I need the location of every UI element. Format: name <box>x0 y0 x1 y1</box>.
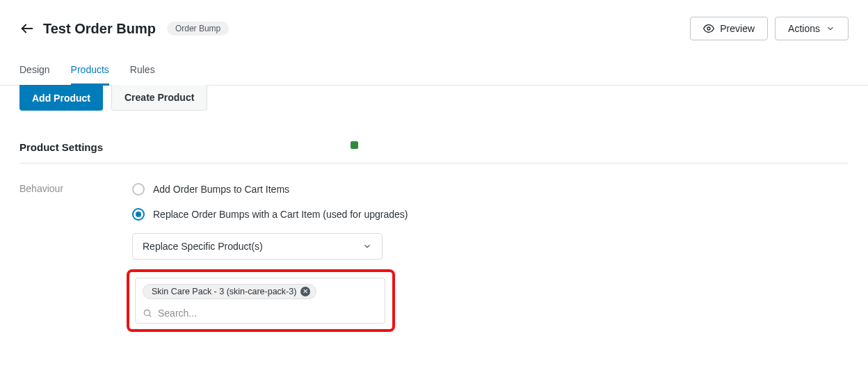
page-title: Test Order Bump <box>43 21 156 37</box>
actions-button[interactable]: Actions <box>775 17 849 40</box>
product-tag: Skin Care Pack - 3 (skin-care-pack-3) ✕ <box>143 284 316 299</box>
section-title-row: Product Settings <box>19 111 849 164</box>
preview-label: Preview <box>720 23 755 34</box>
product-action-bar: Add Product Create Product <box>0 85 868 111</box>
tag-label: Skin Care Pack - 3 (skin-care-pack-3) <box>152 287 296 296</box>
add-product-button[interactable]: Add Product <box>19 85 103 111</box>
create-product-button[interactable]: Create Product <box>111 85 207 111</box>
select-label: Replace Specific Product(s) <box>143 241 263 252</box>
radio-icon <box>132 208 145 221</box>
header-left: Test Order Bump Order Bump <box>19 21 229 37</box>
search-icon <box>143 308 152 318</box>
behaviour-label: Behaviour <box>19 183 132 332</box>
tab-rules[interactable]: Rules <box>130 57 155 85</box>
search-input[interactable] <box>158 308 378 319</box>
order-bump-badge: Order Bump <box>167 22 229 35</box>
product-settings-section: Product Settings Behaviour Add Order Bum… <box>0 111 868 332</box>
radio-replace-cart[interactable]: Replace Order Bumps with a Cart Item (us… <box>132 208 849 221</box>
chevron-down-icon <box>826 24 835 33</box>
header-right: Preview Actions <box>690 17 849 40</box>
eye-icon <box>703 23 714 34</box>
radio-icon <box>132 183 145 196</box>
page-header: Test Order Bump Order Bump Preview Actio… <box>0 0 868 49</box>
svg-line-3 <box>150 315 152 317</box>
product-tag-input[interactable]: Skin Care Pack - 3 (skin-care-pack-3) ✕ <box>135 278 385 324</box>
radio-add-label: Add Order Bumps to Cart Items <box>153 184 289 195</box>
search-row <box>143 308 378 319</box>
back-arrow-icon[interactable] <box>19 21 35 36</box>
section-title: Product Settings <box>19 141 103 153</box>
actions-label: Actions <box>788 23 820 34</box>
tag-remove-icon[interactable]: ✕ <box>300 287 310 296</box>
tab-design[interactable]: Design <box>19 57 50 85</box>
preview-button[interactable]: Preview <box>690 17 768 40</box>
highlight-annotation: Skin Care Pack - 3 (skin-care-pack-3) ✕ <box>127 269 395 332</box>
radio-add-to-cart[interactable]: Add Order Bumps to Cart Items <box>132 183 849 196</box>
behaviour-row: Behaviour Add Order Bumps to Cart Items … <box>19 164 849 332</box>
behaviour-content: Add Order Bumps to Cart Items Replace Or… <box>132 183 849 332</box>
tab-products[interactable]: Products <box>71 57 109 85</box>
chevron-down-icon <box>362 241 372 251</box>
radio-replace-label: Replace Order Bumps with a Cart Item (us… <box>153 209 408 220</box>
svg-point-2 <box>144 310 150 315</box>
svg-point-1 <box>707 27 710 30</box>
replace-mode-select[interactable]: Replace Specific Product(s) <box>132 233 383 260</box>
tab-bar: Design Products Rules <box>0 57 868 86</box>
status-indicator <box>351 141 358 149</box>
